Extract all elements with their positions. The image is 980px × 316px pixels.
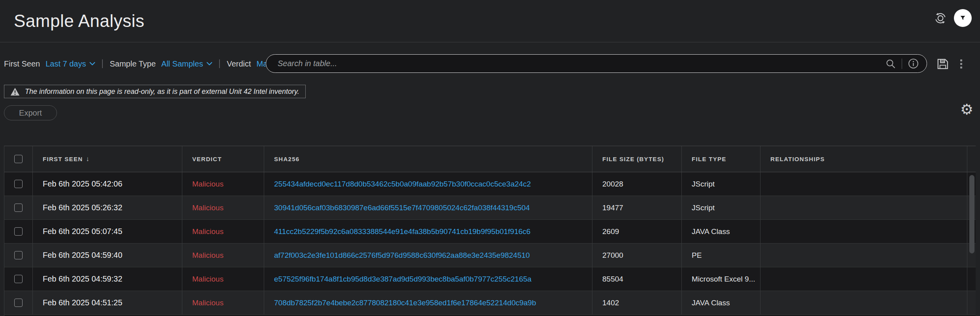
filter-separator [219,59,220,68]
row-checkbox[interactable] [14,180,23,188]
table-row[interactable]: Feb 6th 2025 05:07:45 Malicious 411cc2b5… [4,220,976,244]
search-input[interactable] [278,59,885,68]
vertical-scrollbar[interactable] [969,175,974,253]
cell-first-seen: Feb 6th 2025 04:51:25 [33,291,182,314]
column-header-file-type[interactable]: FILE TYPE [682,146,761,172]
cell-verdict: Malicious [182,267,264,291]
chevron-down-icon [89,62,95,66]
table-header-row: FIRST SEEN↓ VERDICT SHA256 FILE SIZE (BY… [4,146,976,172]
sort-desc-icon: ↓ [86,155,90,163]
search-icon[interactable] [885,59,896,69]
avatar[interactable] [954,9,972,27]
cell-verdict: Malicious [182,172,264,196]
row-checkbox[interactable] [14,275,23,283]
table-row[interactable]: Feb 6th 2025 04:51:25 Malicious 708db782… [4,291,976,315]
cell-file-type: JScript [682,172,761,196]
readonly-notice: The information on this page is read-onl… [4,85,306,98]
filter-label-sample-type: Sample Type [110,59,155,69]
column-header-relationships[interactable]: RELATIONSHIPS [761,146,967,172]
filter-bar: First Seen Last 7 days Sample Type All S… [4,55,299,73]
column-header-first-seen[interactable]: FIRST SEEN↓ [33,146,182,172]
cell-verdict: Malicious [182,220,264,243]
select-all-checkbox[interactable] [14,155,23,163]
table-row[interactable]: Feb 6th 2025 04:59:40 Malicious af72f003… [4,244,976,267]
cell-file-type: JAVA Class [682,291,761,314]
cell-relationships [761,291,967,314]
save-icon[interactable] [936,57,949,70]
column-header-file-size[interactable]: FILE SIZE (BYTES) [592,146,682,172]
export-button[interactable]: Export [4,105,57,120]
table-row[interactable]: Feb 6th 2025 05:26:32 Malicious 30941d05… [4,196,976,220]
pill-divider [902,59,902,69]
cell-file-size: 2609 [592,220,682,243]
search-bar [266,54,927,73]
warning-icon [10,88,20,96]
cell-relationships [761,244,967,267]
cell-relationships [761,220,967,243]
sha256-link[interactable]: 708db7825f2b7e4bebe2c8778082180c41e3e958… [274,299,536,307]
readonly-notice-text: The information on this page is read-onl… [25,88,299,96]
sha256-link[interactable]: e57525f96fb174a8f1cb95d8d3e387ad9d5d993b… [274,275,532,284]
filter-label-first-seen: First Seen [4,59,40,69]
spacer-cell [967,146,977,172]
row-checkbox[interactable] [14,204,23,212]
cell-file-type: JScript [682,196,761,219]
filter-separator [102,59,103,68]
sample-analysis-page: Sample Analysis First Seen Last 7 days S… [0,0,980,316]
column-header-verdict[interactable]: VERDICT [182,146,264,172]
info-icon[interactable] [908,58,919,69]
cell-relationships [761,172,967,196]
row-checkbox[interactable] [14,227,23,236]
top-bar: Sample Analysis [0,0,980,42]
cell-first-seen: Feb 6th 2025 04:59:40 [33,244,182,267]
cell-verdict: Malicious [182,196,264,219]
cell-first-seen: Feb 6th 2025 04:59:32 [33,267,182,291]
cell-file-size: 19477 [592,196,682,219]
cell-file-type: PE [682,244,761,267]
table-row[interactable]: Feb 6th 2025 04:59:32 Malicious e57525f9… [4,267,976,291]
filter-label-verdict: Verdict [227,59,251,69]
samples-table: FIRST SEEN↓ VERDICT SHA256 FILE SIZE (BY… [4,146,976,316]
row-checkbox[interactable] [14,251,23,259]
cell-first-seen: Feb 6th 2025 05:42:06 [33,172,182,196]
cell-file-size: 27000 [592,244,682,267]
cell-file-type: Microsoft Excel 9... [682,267,761,291]
cell-verdict: Malicious [182,244,264,267]
cell-file-size: 20028 [592,172,682,196]
cell-relationships [761,196,967,219]
column-header-sha256[interactable]: SHA256 [264,146,592,172]
sha256-link[interactable]: af72f003c2e3fe101d866c2576f5d976d9588c63… [274,251,530,260]
cell-file-type: JAVA Class [682,220,761,243]
cell-verdict: Malicious [182,291,264,314]
sha256-link[interactable]: 255434afdecd0ec117d8d0b53462c5b0a09faab9… [274,180,531,188]
table-row[interactable]: Feb 6th 2025 05:42:06 Malicious 255434af… [4,172,976,196]
chevron-down-icon [206,62,212,66]
spacer-cell [967,291,977,314]
cell-first-seen: Feb 6th 2025 05:26:32 [33,196,182,219]
more-options-icon[interactable] [959,58,963,70]
filter-value-sample-type[interactable]: All Samples [161,59,213,69]
spacer-cell [967,267,977,291]
page-title: Sample Analysis [14,11,144,31]
funnel-icon [959,14,967,22]
cell-relationships [761,267,967,291]
row-checkbox[interactable] [14,299,23,307]
select-all-cell [4,146,33,172]
refresh-icon[interactable] [933,11,948,25]
cell-file-size: 1402 [592,291,682,314]
table-body: Feb 6th 2025 05:42:06 Malicious 255434af… [4,172,976,316]
sha256-link[interactable]: 411cc2b5229f5b92c6a0833388544e91e4fa38b5… [274,227,530,236]
settings-icon[interactable]: ⚙ [960,102,973,117]
filter-value-first-seen[interactable]: Last 7 days [45,59,95,69]
cell-first-seen: Feb 6th 2025 05:07:45 [33,220,182,243]
cell-file-size: 85504 [592,267,682,291]
sha256-link[interactable]: 30941d056caf03b6830987e6ad66f5515e7f4709… [274,204,530,212]
